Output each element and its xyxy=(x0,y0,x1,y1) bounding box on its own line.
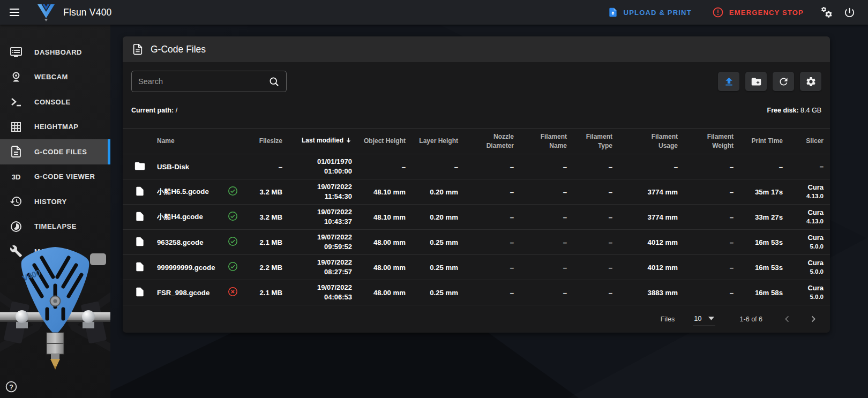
filament-name-cell: – xyxy=(520,163,573,171)
help-icon[interactable]: ? xyxy=(5,380,18,393)
column-header-filament-type[interactable]: Filament Type xyxy=(573,132,619,149)
slicer-cell: Cura4.13.0 xyxy=(789,208,830,226)
filament-name-cell: – xyxy=(520,289,573,297)
interface-settings-icon[interactable] xyxy=(815,1,838,24)
column-header-nozzle-diameter[interactable]: Nozzle Diameter xyxy=(465,132,520,149)
sidebar-item-webcam[interactable]: WEBCAM xyxy=(0,65,110,90)
column-header-print-time[interactable]: Print Time xyxy=(740,137,789,145)
svg-text:?: ? xyxy=(9,384,13,391)
upload-file-icon xyxy=(608,6,618,18)
slicer-cell: Cura5.0.0 xyxy=(789,234,830,251)
slicer-cell: Cura5.0.0 xyxy=(789,259,830,276)
last-modified-cell: 19/07/202208:27:57 xyxy=(289,258,358,277)
filesize-cell: 2.1 MB xyxy=(246,238,289,246)
previous-page-button[interactable] xyxy=(777,310,797,329)
power-icon[interactable] xyxy=(838,1,860,24)
filament-type-cell: – xyxy=(573,289,619,297)
filament-type-cell: – xyxy=(573,213,619,221)
table-row[interactable]: 小船H6.5.gcode 3.2 MB 19/07/202211:54:30 4… xyxy=(123,179,830,204)
timelapse-icon xyxy=(10,220,23,233)
emergency-stop-button[interactable]: EMERGENCY STOP xyxy=(705,0,811,25)
filament-usage-cell: 3774 mm xyxy=(619,188,684,196)
refresh-button[interactable] xyxy=(773,72,794,91)
sort-desc-icon xyxy=(345,137,352,146)
table-row[interactable]: 963258.gcode 2.1 MB 19/07/202209:59:52 4… xyxy=(123,229,830,254)
filament-type-cell: – xyxy=(573,238,619,246)
per-page-select[interactable]: 10 xyxy=(693,312,715,326)
sidebar-item-timelapse[interactable]: TIMELAPSE xyxy=(0,214,110,239)
table-row[interactable]: 小船H4.gcode 3.2 MB 19/07/202210:43:37 48.… xyxy=(123,204,830,229)
sidebar-item-heightmap[interactable]: HEIGHTMAP xyxy=(0,115,110,140)
column-header-name[interactable]: Name xyxy=(157,137,227,145)
file-name: 小船H6.5.gcode xyxy=(157,187,227,197)
layer-height-cell: 0.20 mm xyxy=(412,188,465,196)
column-header-filament-name[interactable]: Filament Name xyxy=(520,132,573,149)
file-icon xyxy=(123,211,157,224)
nozzle-diameter-cell: – xyxy=(465,163,520,171)
filament-weight-cell: – xyxy=(684,238,740,246)
table-row[interactable]: USB-Disk – 01/01/197001:00:00 – – – – – … xyxy=(123,154,830,179)
heightmap-icon xyxy=(10,121,23,133)
upload-print-button[interactable]: UPLOAD & PRINT xyxy=(600,0,699,25)
filament-name-cell: – xyxy=(520,238,573,246)
layer-height-cell: 0.25 mm xyxy=(412,238,465,246)
file-icon xyxy=(123,185,157,199)
gcode-files-icon xyxy=(132,43,144,55)
filesize-cell: 2.2 MB xyxy=(246,264,289,272)
file-name: USB-Disk xyxy=(157,163,227,171)
file-name: 999999999.gcode xyxy=(157,264,227,272)
sidebar: DASHBOARD WEBCAM CONSOLE HEIGHTMAP G-COD xyxy=(0,25,110,398)
gcode-files-icon xyxy=(10,145,23,158)
create-folder-button[interactable] xyxy=(745,72,767,91)
sidebar-item-dashboard[interactable]: DASHBOARD xyxy=(0,40,110,65)
upload-icon xyxy=(723,76,735,87)
column-header-last-modified[interactable]: Last modified xyxy=(289,136,358,146)
filament-usage-cell: 4012 mm xyxy=(619,264,684,272)
filament-usage-cell: 4012 mm xyxy=(619,238,684,246)
column-header-filesize[interactable]: Filesize xyxy=(246,137,289,145)
search-icon xyxy=(268,76,280,87)
table-footer: Files 10 1-6 of 6 xyxy=(123,305,830,333)
column-header-slicer[interactable]: Slicer xyxy=(789,137,830,145)
search-input[interactable] xyxy=(138,77,268,86)
sidebar-item-history[interactable]: HISTORY xyxy=(0,189,110,214)
filesize-cell: 2.1 MB xyxy=(246,289,289,297)
sidebar-item-console[interactable]: CONSOLE xyxy=(0,89,110,115)
layer-height-cell: 0.25 mm xyxy=(412,264,465,272)
object-height-cell: 48.00 mm xyxy=(358,264,412,272)
nozzle-diameter-cell: – xyxy=(465,188,520,196)
menu-icon[interactable] xyxy=(5,3,24,21)
filament-usage-cell: 3883 mm xyxy=(619,289,684,297)
table-row[interactable]: 999999999.gcode 2.2 MB 19/07/202208:27:5… xyxy=(123,254,830,280)
filament-weight-cell: – xyxy=(684,264,740,272)
flsun-logo-icon xyxy=(36,3,56,21)
next-page-button[interactable] xyxy=(803,310,822,329)
filament-usage-cell: 3774 mm xyxy=(619,213,684,221)
status-ok-icon xyxy=(227,186,246,198)
upload-file-button[interactable] xyxy=(718,72,739,91)
path-row: Current path: / Free disk: 8.4 GB xyxy=(131,105,821,116)
last-modified-cell: 01/01/197001:00:00 xyxy=(289,157,358,176)
column-header-filament-weight[interactable]: Filament Weight xyxy=(684,132,740,149)
file-icon xyxy=(123,236,157,249)
table-row[interactable]: FSR_998.gcode 2.1 MB 19/07/202204:06:53 … xyxy=(123,280,830,305)
chevron-right-icon xyxy=(808,314,818,324)
filament-usage-cell: – xyxy=(619,163,684,171)
file-settings-button[interactable] xyxy=(800,72,821,91)
last-modified-cell: 19/07/202210:43:37 xyxy=(289,207,358,227)
object-height-cell: 48.10 mm xyxy=(358,213,412,221)
status-ok-icon xyxy=(227,261,246,273)
file-name: FSR_998.gcode xyxy=(157,289,227,297)
column-header-layer-height[interactable]: Layer Height xyxy=(412,137,465,145)
print-time-cell: 35m 17s xyxy=(740,188,789,196)
sidebar-item-gcode-viewer[interactable]: 3D G-CODE VIEWER xyxy=(0,164,110,190)
column-header-filament-usage[interactable]: Filament Usage xyxy=(619,132,684,149)
topbar: Flsun V400 UPLOAD & PRINT EMERGENCY STOP xyxy=(0,0,868,25)
filament-type-cell: – xyxy=(573,264,619,272)
page-title: G-Code Files xyxy=(151,44,206,55)
svg-text:3D: 3D xyxy=(12,172,21,181)
sidebar-item-gcode-files[interactable]: G-CODE FILES xyxy=(0,139,110,164)
folder-icon xyxy=(123,160,157,174)
column-header-object-height[interactable]: Object Height xyxy=(358,137,412,145)
filament-name-cell: – xyxy=(520,264,573,272)
